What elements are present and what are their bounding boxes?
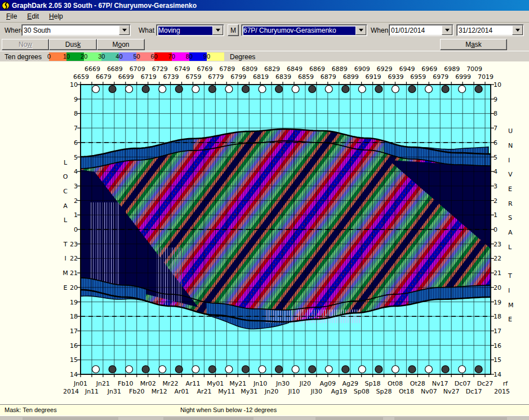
legend-tick: 10 xyxy=(61,53,72,60)
svg-text:3: 3 xyxy=(74,183,78,190)
svg-text:Jn10: Jn10 xyxy=(253,380,267,387)
svg-text:20: 20 xyxy=(494,284,501,291)
svg-text:7009: 7009 xyxy=(466,65,482,73)
svg-text:6969: 6969 xyxy=(421,65,437,73)
menu-edit[interactable]: Edit xyxy=(22,11,44,21)
now-button[interactable]: Now xyxy=(2,39,49,50)
dusk-button[interactable]: Dusk xyxy=(49,39,97,50)
svg-text:Sp08: Sp08 xyxy=(354,388,370,395)
taskbar-sliver xyxy=(0,415,529,420)
status-bar: Mask: Ten degrees Night when Sun below -… xyxy=(0,404,529,415)
moon-phase-new xyxy=(175,86,183,93)
menu-file[interactable]: File xyxy=(1,11,22,21)
svg-text:Mr22: Mr22 xyxy=(163,380,179,387)
svg-text:Ag19: Ag19 xyxy=(331,388,348,395)
moon-phase-full xyxy=(259,86,266,93)
legend-tick: 80 xyxy=(184,53,194,60)
moon-button[interactable]: Moon xyxy=(97,39,145,50)
svg-text:8: 8 xyxy=(74,110,78,117)
moon-phase-full xyxy=(259,366,266,373)
svg-text:5: 5 xyxy=(74,154,78,161)
moon-phase-full xyxy=(159,86,166,93)
date-to-dropdown-button[interactable] xyxy=(512,25,523,35)
svg-text:6899: 6899 xyxy=(343,73,359,81)
svg-text:N: N xyxy=(508,142,513,149)
mask-button[interactable]: Mask xyxy=(440,39,507,50)
moon-phase-full xyxy=(126,366,133,373)
date-to-combobox[interactable]: 31/12/2014 xyxy=(456,24,524,36)
svg-text:U: U xyxy=(508,127,513,135)
svg-text:9: 9 xyxy=(74,96,78,103)
object-value: 67P/ Churyumov-Gerasimenko xyxy=(243,26,356,35)
legend-tick: 30 xyxy=(96,53,106,60)
svg-text:6829: 6829 xyxy=(264,65,280,73)
m-button[interactable]: M xyxy=(228,24,239,36)
window-title: GraphDark 2.05 30 South - 67P/ Churyumov… xyxy=(12,2,197,10)
chevron-down-icon xyxy=(359,29,363,32)
moon-phase-full xyxy=(425,86,433,93)
svg-text:O: O xyxy=(63,173,68,180)
svg-text:6: 6 xyxy=(74,139,78,147)
svg-text:Fb20: Fb20 xyxy=(129,388,144,395)
date-from-combobox[interactable]: 01/01/2014 xyxy=(389,24,454,36)
moon-phase-new xyxy=(109,366,116,373)
svg-text:Jn31: Jn31 xyxy=(107,388,121,395)
svg-text:Ot08: Ot08 xyxy=(388,380,403,387)
chevron-down-icon xyxy=(445,29,450,32)
moon-phase-new xyxy=(109,86,116,93)
where-dropdown-button[interactable] xyxy=(119,25,130,35)
moon-phase-full xyxy=(325,366,332,373)
date-from-dropdown-button[interactable] xyxy=(442,25,452,35)
svg-text:6799: 6799 xyxy=(230,73,246,81)
svg-text:My31: My31 xyxy=(241,388,257,395)
svg-text:23: 23 xyxy=(494,241,501,248)
svg-text:6759: 6759 xyxy=(185,73,201,81)
what-label: What xyxy=(139,26,154,34)
svg-text:7019: 7019 xyxy=(478,73,494,81)
what-dropdown-button[interactable] xyxy=(212,25,223,35)
svg-text:I: I xyxy=(508,157,510,164)
object-dropdown-button[interactable] xyxy=(355,25,366,35)
svg-text:6779: 6779 xyxy=(208,73,224,81)
svg-text:6789: 6789 xyxy=(219,65,235,73)
toolbar: Where 30 South What Moving M 67P/ Churyu… xyxy=(0,23,529,38)
moon-phase-full xyxy=(292,366,299,373)
svg-text:17: 17 xyxy=(494,328,501,335)
svg-text:6689: 6689 xyxy=(107,65,123,73)
legend-left-label: Ten degrees xyxy=(5,53,42,61)
object-combobox[interactable]: 67P/ Churyumov-Gerasimenko xyxy=(241,24,367,36)
svg-text:Nv07: Nv07 xyxy=(421,388,437,395)
legend-tick: 0 xyxy=(44,53,54,60)
legend-tick: 40 xyxy=(114,53,124,60)
moon-phase-full xyxy=(225,86,233,93)
legend-tick: 70 xyxy=(167,53,177,60)
what-value: Moving xyxy=(158,26,213,35)
svg-text:7: 7 xyxy=(494,125,497,132)
where-value: 30 South xyxy=(24,26,119,35)
svg-text:A: A xyxy=(63,202,68,210)
moon-phase-new xyxy=(142,86,149,93)
svg-text:L: L xyxy=(508,244,512,251)
svg-text:6839: 6839 xyxy=(275,73,291,81)
svg-text:1: 1 xyxy=(494,211,497,219)
moon-phase-full xyxy=(92,86,100,93)
moon-phase-new xyxy=(408,86,416,93)
what-combobox[interactable]: Moving xyxy=(156,24,224,36)
moon-phase-new xyxy=(208,366,216,373)
svg-text:8: 8 xyxy=(494,110,497,117)
svg-text:Jl20: Jl20 xyxy=(299,380,311,387)
svg-text:6699: 6699 xyxy=(118,73,134,81)
svg-text:6: 6 xyxy=(494,139,497,147)
svg-text:Ag29: Ag29 xyxy=(342,380,358,387)
svg-text:6889: 6889 xyxy=(332,65,348,73)
menu-help[interactable]: Help xyxy=(44,11,68,21)
svg-text:3: 3 xyxy=(494,183,497,190)
moon-phase-full xyxy=(325,86,332,93)
moon-phase-full xyxy=(126,86,133,93)
where-combobox[interactable]: 30 South xyxy=(21,24,131,36)
svg-text:My11: My11 xyxy=(218,388,235,395)
svg-text:Dc27: Dc27 xyxy=(477,380,494,387)
moon-phase-full xyxy=(392,86,399,93)
svg-text:Jn21: Jn21 xyxy=(96,380,110,387)
svg-text:6949: 6949 xyxy=(399,65,415,73)
